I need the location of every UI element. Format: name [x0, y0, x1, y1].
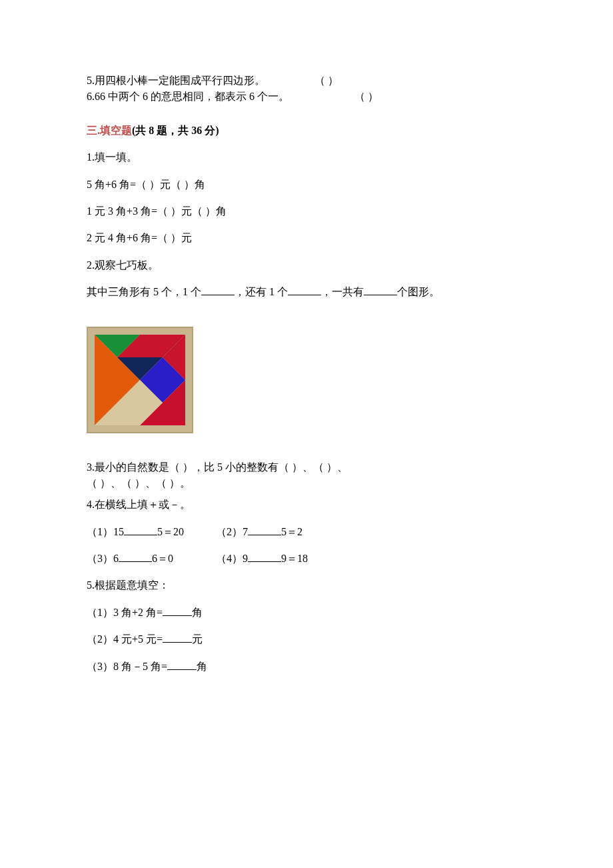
fill-q5-title: 5.根据题意填空： — [87, 578, 526, 593]
section-3-prefix: 三. — [87, 125, 100, 136]
fill-q4-2-post: 5＝2 — [281, 526, 303, 537]
fill-q3: 3.最小的自然数是（ ），比 5 小的整数有（ ）、（ ）、 （ ）、（ ）、（… — [87, 460, 526, 491]
fill-q3-line2: （ ）、（ ）、（ ）。 — [87, 476, 526, 491]
section-3-header: 三.填空题(共 8 题，共 36 分) — [87, 123, 526, 138]
fill-q2-end: 个图形。 — [397, 286, 440, 297]
judgement-q6-text: 6.66 中两个 6 的意思相同，都表示 6 个一。 — [87, 91, 289, 102]
fill-q1-line1: 5 角+6 角=（ ）元（ ）角 — [87, 177, 526, 192]
fill-q4-2-pre: （2）7 — [216, 526, 248, 537]
fill-q2: 2.观察七巧板。 其中三角形有 5 个，1 个，还有 1 个，一共有个图形。 — [87, 258, 526, 433]
fill-q4-3-pre: （3）6 — [87, 553, 119, 564]
judgement-q5: 5.用四根小棒一定能围成平行四边形。 （ ） — [87, 73, 526, 88]
blank-underline — [167, 659, 197, 670]
blank-underline — [201, 285, 235, 295]
judgement-q6: 6.66 中两个 6 的意思相同，都表示 6 个一。 （ ） — [87, 89, 526, 104]
fill-q3-line1: 3.最小的自然数是（ ），比 5 小的整数有（ ）、（ ）、 — [87, 460, 526, 475]
fill-q5-2-pre: （2）4 元+5 元= — [87, 633, 163, 645]
fill-q1: 1.填一填。 5 角+6 角=（ ）元（ ）角 1 元 3 角+3 角=（ ）元… — [87, 150, 526, 246]
fill-q2-mid: ，还有 1 个 — [235, 286, 288, 297]
fill-q1-line2: 1 元 3 角+3 角=（ ）元（ ）角 — [87, 204, 526, 219]
blank-underline — [163, 605, 192, 616]
fill-q4-title: 4.在横线上填＋或－。 — [87, 497, 526, 512]
blank-underline — [248, 525, 281, 535]
fill-q4: 4.在横线上填＋或－。 （1）155＝20 （2）75＝2 （3）66＝0 （4… — [87, 497, 526, 566]
blank-underline — [124, 525, 157, 535]
fill-q4-3-post: 6＝0 — [152, 553, 173, 564]
judgement-q5-blank: （ ） — [314, 75, 338, 86]
fill-q5-line1: （1）3 角+2 角=角 — [87, 605, 526, 620]
fill-q5-2-post: 元 — [192, 633, 203, 645]
fill-q5-1-post: 角 — [192, 607, 203, 618]
blank-underline — [119, 551, 152, 562]
blank-underline — [364, 285, 397, 295]
fill-q4-4-pre: （4）9 — [216, 553, 248, 564]
judgement-q5-text: 5.用四根小棒一定能围成平行四边形。 — [87, 75, 265, 86]
section-3-rest: (共 8 题，共 36 分) — [132, 125, 219, 136]
fill-q5-line2: （2）4 元+5 元=元 — [87, 632, 526, 647]
fill-q5-3-post: 角 — [197, 661, 207, 672]
fill-q5-3-pre: （3）8 角－5 角= — [87, 661, 167, 672]
fill-q2-title: 2.观察七巧板。 — [87, 258, 526, 273]
fill-q5-line3: （3）8 角－5 角=角 — [87, 659, 526, 674]
fill-q5: 5.根据题意填空： （1）3 角+2 角=角 （2）4 元+5 元=元 （3）8… — [87, 578, 526, 674]
fill-q2-sentence: 其中三角形有 5 个，1 个，还有 1 个，一共有个图形。 — [87, 285, 526, 299]
fill-q4-row2: （3）66＝0 （4）99＝18 — [87, 551, 526, 566]
tangram-figure — [87, 327, 526, 433]
section-3-title: 填空题 — [100, 125, 132, 136]
judgement-q6-blank: （ ） — [354, 91, 378, 102]
fill-q4-1-post: 5＝20 — [157, 526, 184, 537]
blank-underline — [288, 285, 321, 295]
tangram-icon — [95, 335, 185, 425]
fill-q5-1-pre: （1）3 角+2 角= — [87, 607, 163, 618]
fill-q2-post: ，一共有 — [321, 286, 364, 297]
fill-q2-pre: 其中三角形有 5 个，1 个 — [87, 286, 201, 297]
fill-q1-line3: 2 元 4 角+6 角=（ ）元 — [87, 231, 526, 245]
fill-q4-row1: （1）155＝20 （2）75＝2 — [87, 525, 526, 539]
fill-q4-4-post: 9＝18 — [281, 553, 308, 564]
fill-q1-title: 1.填一填。 — [87, 150, 526, 165]
fill-q4-1-pre: （1）15 — [87, 526, 124, 537]
page-content: 5.用四根小棒一定能围成平行四边形。 （ ） 6.66 中两个 6 的意思相同，… — [0, 0, 613, 726]
blank-underline — [163, 632, 192, 643]
blank-underline — [248, 551, 281, 562]
